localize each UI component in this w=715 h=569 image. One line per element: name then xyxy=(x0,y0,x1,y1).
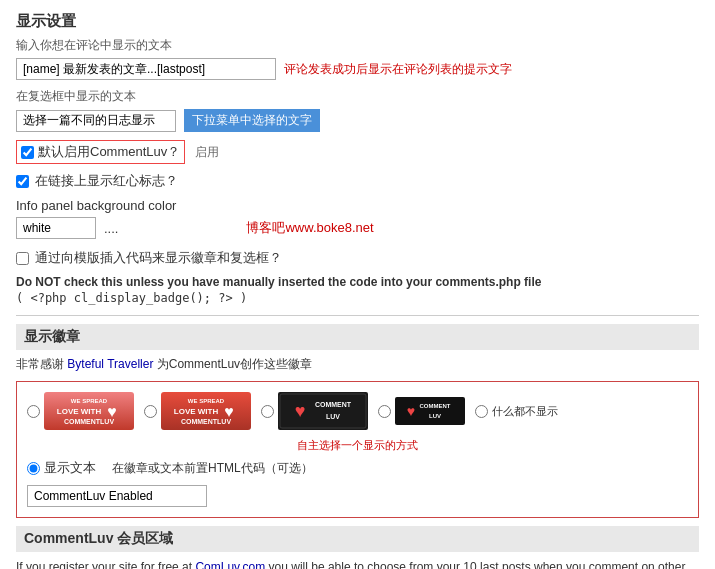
section-title: 显示设置 xyxy=(16,12,699,31)
badge-radio-2[interactable] xyxy=(144,405,157,418)
badge-option-5[interactable]: 什么都不显示 xyxy=(475,404,558,419)
thanks-suffix: 为CommentLuv创作这些徽章 xyxy=(157,357,312,371)
svg-text:LOVE WITH: LOVE WITH xyxy=(174,407,219,416)
default-enable-row: 默认启用CommentLuv？ 启用 xyxy=(16,140,699,164)
badge-option-1[interactable]: WE SPREAD LOVE WITH COMMENTLUV ♥ xyxy=(27,392,134,430)
svg-text:♥: ♥ xyxy=(407,403,415,419)
badge-section-title: 显示徽章 xyxy=(16,324,699,350)
enable-label: 启用 xyxy=(195,144,219,161)
bg-color-input[interactable] xyxy=(16,217,96,239)
code-snippet: ( <?php cl_display_badge(); ?> ) xyxy=(16,291,699,305)
badge-img-2: WE SPREAD LOVE WITH COMMENTLUV ♥ xyxy=(161,392,251,430)
badge-outer-box: WE SPREAD LOVE WITH COMMENTLUV ♥ xyxy=(16,381,699,518)
thanks-row: 非常感谢 Byteful Traveller 为CommentLuv创作这些徽章 xyxy=(16,356,699,373)
member-section: CommentLuv 会员区域 If you register your sit… xyxy=(16,526,699,569)
dropdown-button[interactable]: 下拉菜单中选择的文字 xyxy=(184,109,320,132)
display-text-radio[interactable] xyxy=(27,462,40,475)
badge-radio-4[interactable] xyxy=(378,405,391,418)
comment-input-row: 评论发表成功后显示在评论列表的提示文字 xyxy=(16,58,699,80)
badge-option-3[interactable]: COMMENT LUV ♥ xyxy=(261,392,368,430)
badge-radio-1[interactable] xyxy=(27,405,40,418)
svg-rect-10 xyxy=(278,392,368,430)
svg-text:LOVE WITH: LOVE WITH xyxy=(57,407,102,416)
manual-insert-label: 通过向模版插入代码来显示徽章和复选框？ xyxy=(35,249,282,267)
heart-checkbox-row: 在链接上显示红心标志？ xyxy=(16,172,699,190)
bg-color-label: Info panel background color xyxy=(16,198,699,213)
svg-rect-15 xyxy=(395,397,465,425)
badge-radio-3[interactable] xyxy=(261,405,274,418)
badge-none-label: 什么都不显示 xyxy=(492,404,558,419)
member-section-title: CommentLuv 会员区域 xyxy=(16,526,699,552)
member-desc-part1: If you register your site for free at xyxy=(16,560,192,569)
svg-text:COMMENT: COMMENT xyxy=(420,403,451,409)
svg-text:WE SPREAD: WE SPREAD xyxy=(188,398,225,404)
svg-text:COMMENT: COMMENT xyxy=(315,401,352,408)
svg-text:LUV: LUV xyxy=(429,413,441,419)
badge-img-1: WE SPREAD LOVE WITH COMMENTLUV ♥ xyxy=(44,392,134,430)
checkbox-text-label: 在复选框中显示的文本 xyxy=(16,88,699,105)
svg-text:♥: ♥ xyxy=(224,403,234,420)
comluv-link[interactable]: ComLuv.com xyxy=(195,560,265,569)
badge-img-3: COMMENT LUV ♥ xyxy=(278,392,368,430)
display-text-input[interactable] xyxy=(27,485,207,507)
warning-text: Do NOT check this unless you have manual… xyxy=(16,275,699,289)
auto-select-hint: 自主选择一个显示的方式 xyxy=(27,438,688,453)
select-row: 下拉菜单中选择的文字 xyxy=(16,109,699,132)
heart-checkbox[interactable] xyxy=(16,175,29,188)
badge-option-2[interactable]: WE SPREAD LOVE WITH COMMENTLUV ♥ xyxy=(144,392,251,430)
comment-text-label: 输入你想在评论中显示的文本 xyxy=(16,37,699,54)
display-text-row: 显示文本 在徽章或文本前置HTML代码（可选） xyxy=(27,459,688,477)
dots: .... xyxy=(104,221,118,236)
default-enable-checkbox[interactable] xyxy=(21,146,34,159)
default-enable-checkbox-label: 默认启用CommentLuv？ xyxy=(38,143,180,161)
divider1 xyxy=(16,315,699,316)
bg-color-section: Info panel background color .... 博客吧www.… xyxy=(16,198,699,239)
display-text-label: 显示文本 xyxy=(27,459,96,477)
svg-text:♥: ♥ xyxy=(107,403,117,420)
manual-insert-checkbox[interactable] xyxy=(16,252,29,265)
thanks-text: 非常感谢 xyxy=(16,357,64,371)
byteful-traveller-link[interactable]: Byteful Traveller xyxy=(67,357,153,371)
manual-insert-row: 通过向模版插入代码来显示徽章和复选框？ xyxy=(16,249,699,267)
badge-option-4[interactable]: COMMENT LUV ♥ xyxy=(378,397,465,425)
comment-hint-text: 评论发表成功后显示在评论列表的提示文字 xyxy=(284,61,512,78)
default-enable-highlight: 默认启用CommentLuv？ xyxy=(16,140,185,164)
color-input-row: .... 博客吧www.boke8.net xyxy=(16,217,699,239)
svg-text:WE SPREAD: WE SPREAD xyxy=(71,398,108,404)
select-display-input[interactable] xyxy=(16,110,176,132)
svg-text:♥: ♥ xyxy=(295,401,306,421)
html-prefix-label: 在徽章或文本前置HTML代码（可选） xyxy=(112,460,313,477)
svg-text:LUV: LUV xyxy=(326,413,340,420)
badge-img-4: COMMENT LUV ♥ xyxy=(395,397,465,425)
badge-radio-5[interactable] xyxy=(475,405,488,418)
display-text-radio-label: 显示文本 xyxy=(44,459,96,477)
member-description: If you register your site for free at Co… xyxy=(16,558,699,569)
watermark: 博客吧www.boke8.net xyxy=(246,219,373,237)
badge-options-row: WE SPREAD LOVE WITH COMMENTLUV ♥ xyxy=(27,392,688,430)
heart-checkbox-label: 在链接上显示红心标志？ xyxy=(35,172,178,190)
comment-text-input[interactable] xyxy=(16,58,276,80)
